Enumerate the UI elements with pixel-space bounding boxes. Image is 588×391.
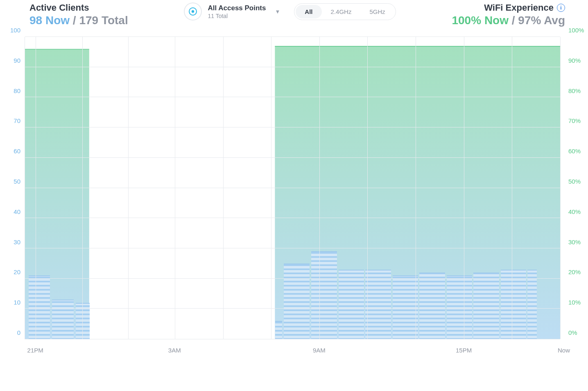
separator: / [512,14,515,27]
chart: 0102030405060708090100 0%10%20%30%40%50%… [0,33,588,357]
tab-all[interactable]: All [296,5,321,18]
wifi-experience-title: WiFi Experience [484,2,554,13]
plot-area[interactable] [25,37,560,339]
svg-point-1 [192,10,194,13]
wifi-exp-now: 100% Now [452,14,511,27]
x-axis: Now 21PM3AM9AM15PM [25,344,560,356]
center-controls: All Access Points 11 Total ▼ All 2.4GHz … [184,2,396,20]
wifi-exp-avg: 97% Avg [518,14,565,27]
active-clients-title: Active Clients [29,2,128,13]
band-tabs: All 2.4GHz 5GHz [294,3,396,20]
chevron-down-icon: ▼ [275,9,280,15]
y-axis-right: 0%10%20%30%40%50%60%70%80%90%100% [565,37,588,339]
ap-label: All Access Points [208,4,266,12]
tab-5ghz[interactable]: 5GHz [360,5,394,18]
separator: / [73,14,76,27]
info-icon[interactable]: i [557,4,565,12]
active-clients-block: Active Clients 98 Now / 179 Total [29,2,128,27]
access-point-select[interactable]: All Access Points 11 Total ▼ [184,2,280,20]
tab-24ghz[interactable]: 2.4GHz [322,5,361,18]
bars-layer [25,37,560,339]
wifi-experience-block: WiFi Experience i 100% Now / 97% Avg [452,2,565,27]
y-axis-left: 0102030405060708090100 [0,37,23,339]
x-now-label: Now [558,347,570,354]
dashboard-header: Active Clients 98 Now / 179 Total All Ac… [0,0,588,29]
active-clients-now: 98 Now [29,14,73,27]
ap-count: 11 Total [208,13,266,19]
unifi-ap-icon [184,2,202,20]
wifi-experience-values: 100% Now / 97% Avg [452,14,565,27]
active-clients-values: 98 Now / 179 Total [29,14,128,27]
active-clients-total: 179 Total [79,14,128,27]
